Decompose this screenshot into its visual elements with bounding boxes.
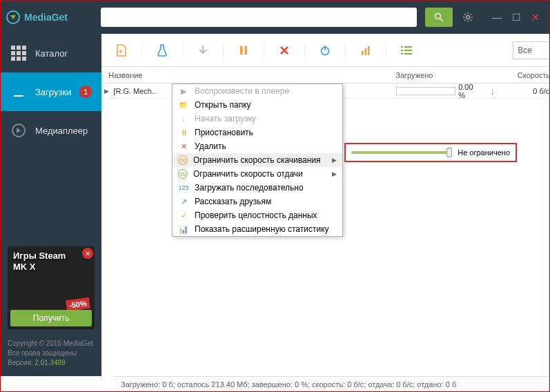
sidebar-label: Загрузки xyxy=(35,87,71,97)
ctx-check[interactable]: ✓Проверить целостность данных xyxy=(173,208,342,222)
svg-rect-8 xyxy=(365,48,367,55)
bars-icon: 📊 xyxy=(178,224,189,235)
speed-limit-submenu: Не ограничено xyxy=(344,143,517,162)
filter-select[interactable]: Все ▼ xyxy=(513,41,550,59)
ctx-open-folder[interactable]: 📁Открыть папку xyxy=(173,98,342,112)
search-input[interactable] xyxy=(101,8,417,27)
ctx-pause[interactable]: ⏸Приостановить xyxy=(173,126,342,139)
speed-slider[interactable] xyxy=(351,151,452,154)
grid-icon xyxy=(10,45,27,61)
ctx-share[interactable]: ↗Рассказать друзьям xyxy=(173,195,342,208)
arrow-down-icon: ↓ xyxy=(490,86,495,97)
pause-button[interactable] xyxy=(230,39,257,61)
toolbar: Все ▼ xyxy=(101,34,550,67)
ctx-sequential[interactable]: 123Загружать последовательно xyxy=(173,181,342,195)
x-icon: ✕ xyxy=(178,141,189,152)
titlebar: MediaGet — ☐ ✕ xyxy=(1,1,549,34)
svg-rect-11 xyxy=(404,46,412,48)
sidebar-item-catalog[interactable]: Каталог xyxy=(1,34,101,72)
gear-icon xyxy=(462,12,473,23)
list-button[interactable] xyxy=(393,39,420,61)
ad-line2: MK X xyxy=(13,262,89,273)
arrow-down-icon xyxy=(198,45,208,56)
close-button[interactable]: ✕ xyxy=(527,9,544,26)
svg-rect-10 xyxy=(401,46,403,48)
slider-thumb[interactable] xyxy=(446,148,452,157)
rights: Все права защищены xyxy=(8,349,95,358)
svg-rect-12 xyxy=(401,50,403,51)
svg-line-1 xyxy=(440,19,443,21)
app-logo: MediaGet xyxy=(6,10,68,24)
search-button[interactable] xyxy=(425,8,453,27)
col-speed[interactable]: Скорость xyxy=(485,71,550,79)
cell-speed: 0 б/c xyxy=(500,87,550,95)
ad-banner[interactable]: ✕ Игры Steam MK X -50% Получить xyxy=(8,246,95,329)
svg-rect-13 xyxy=(404,50,412,51)
svg-rect-15 xyxy=(404,53,412,55)
download-icon xyxy=(10,84,27,100)
maximize-button[interactable]: ☐ xyxy=(508,9,524,26)
ctx-limit-download[interactable]: 50Ограничить скорость скачивания▶ xyxy=(173,153,342,167)
sidebar-item-player[interactable]: Медиаплеер xyxy=(1,111,101,150)
power-button[interactable] xyxy=(312,39,338,61)
svg-rect-7 xyxy=(362,51,364,55)
expand-icon[interactable]: ▶ xyxy=(101,88,109,95)
cell-progress: 0.00 % xyxy=(458,83,482,99)
speed-20-icon: 20 xyxy=(178,169,188,179)
check-icon: ✓ xyxy=(178,210,189,221)
version-label: Версия: xyxy=(8,359,33,366)
filter-value: Все xyxy=(518,46,532,55)
flask-button[interactable] xyxy=(149,39,175,61)
file-plus-icon xyxy=(116,44,127,57)
svg-rect-9 xyxy=(368,46,370,55)
context-menu: ▶Воспроизвести в плеере 📁Открыть папку ↓… xyxy=(172,84,343,237)
svg-rect-14 xyxy=(401,53,403,55)
x-icon xyxy=(279,46,289,55)
app-title: MediaGet xyxy=(24,12,68,23)
svg-rect-3 xyxy=(240,46,243,55)
table-header: Название Загружено Скорость С/П + xyxy=(101,67,550,84)
pause-icon xyxy=(239,46,248,55)
speed-50-icon: 50 xyxy=(178,155,188,165)
ctx-play: ▶Воспроизвести в плеере xyxy=(173,84,342,98)
logo-icon xyxy=(6,10,20,24)
svg-point-0 xyxy=(435,14,441,19)
settings-button[interactable] xyxy=(458,8,478,27)
list-icon xyxy=(401,46,412,55)
chevron-right-icon: ▶ xyxy=(332,170,337,177)
svg-point-2 xyxy=(466,16,470,19)
sequence-icon: 123 xyxy=(178,182,189,193)
search-icon xyxy=(434,12,444,22)
col-name[interactable]: Название xyxy=(101,71,267,79)
chevron-right-icon: ▶ xyxy=(332,157,337,164)
ad-line1: Игры Steam xyxy=(13,251,89,262)
sidebar-item-downloads[interactable]: Загрузки 1 xyxy=(1,72,101,111)
ctx-limit-upload[interactable]: 20Ограничить скорость отдачи▶ xyxy=(173,167,342,181)
ctx-start: ↓Начать загрузку xyxy=(173,112,342,126)
status-text: Загружено: 0 б; осталось 213.40 Мб; заве… xyxy=(121,380,456,389)
sidebar-label: Каталог xyxy=(35,48,68,59)
delete-button[interactable] xyxy=(271,39,297,61)
stats-button[interactable] xyxy=(353,39,379,61)
col-loaded[interactable]: Загружено xyxy=(391,71,485,79)
arrow-down-icon: ↓ xyxy=(178,113,189,124)
window-controls: — ☐ ✕ xyxy=(489,9,544,26)
copyright: Copyright © 2015 MediaGet xyxy=(8,339,95,349)
bars-icon xyxy=(361,46,371,55)
flask-icon xyxy=(157,44,167,57)
download-button[interactable] xyxy=(190,39,216,61)
ad-button[interactable]: Получить xyxy=(10,310,92,326)
ctx-delete[interactable]: ✕Удалить xyxy=(173,139,342,153)
add-file-button[interactable] xyxy=(108,39,135,61)
downloads-badge: 1 xyxy=(79,86,92,98)
svg-rect-4 xyxy=(245,46,248,55)
sidebar-footer: Copyright © 2015 MediaGet Все права защи… xyxy=(1,333,101,376)
power-icon xyxy=(320,45,331,56)
statusbar: Загружено: 0 б; осталось 213.40 Мб; заве… xyxy=(114,376,549,391)
progress-bar xyxy=(396,87,455,95)
minimize-button[interactable]: — xyxy=(489,9,505,26)
ctx-stats[interactable]: 📊Показать расширенную статистику xyxy=(173,222,342,236)
folder-icon: 📁 xyxy=(178,99,189,110)
speed-label: Не ограничено xyxy=(458,148,510,157)
version: 2.01.3489 xyxy=(35,359,66,366)
